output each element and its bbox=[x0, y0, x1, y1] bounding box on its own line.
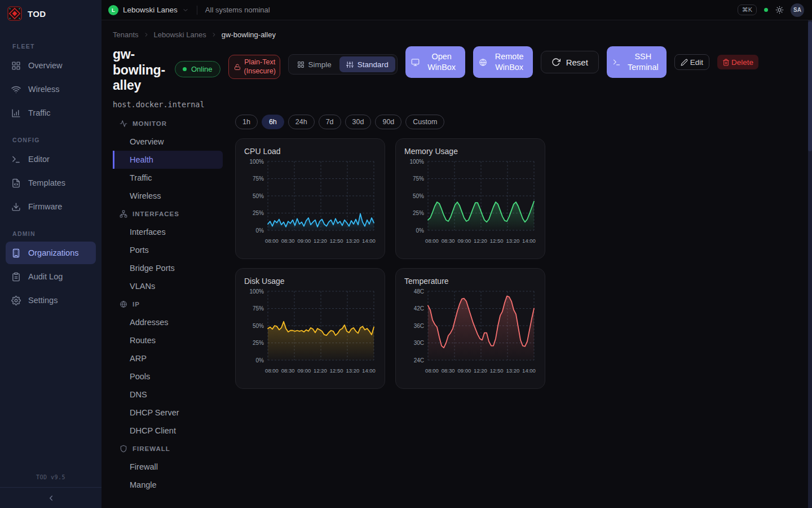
remote-winbox-button[interactable]: Remote WinBox bbox=[473, 46, 533, 78]
chevron-right-icon bbox=[211, 32, 217, 38]
breadcrumb-item-lebowski-lanes[interactable]: Lebowski Lanes bbox=[154, 30, 206, 39]
time-range-30d[interactable]: 30d bbox=[345, 115, 372, 129]
sidebar-item-organizations[interactable]: Organizations bbox=[6, 242, 96, 264]
svg-text:12:50: 12:50 bbox=[330, 367, 343, 374]
button-label: SSH Terminal bbox=[625, 51, 661, 73]
time-range-1h[interactable]: 1h bbox=[235, 115, 258, 129]
reset-button[interactable]: Reset bbox=[541, 51, 599, 73]
svg-text:13:20: 13:20 bbox=[346, 367, 359, 374]
time-range-custom[interactable]: Custom bbox=[405, 115, 444, 129]
time-range-7d[interactable]: 7d bbox=[319, 115, 341, 129]
subnav-item-mangle[interactable]: Mangle bbox=[113, 476, 223, 494]
page-title: gw-bowling-alley bbox=[113, 47, 167, 94]
sidebar-item-audit-log[interactable]: Audit Log bbox=[6, 265, 96, 288]
svg-text:08:30: 08:30 bbox=[442, 238, 455, 244]
page-content: TenantsLebowski Lanesgw-bowling-alley gw… bbox=[102, 20, 812, 508]
edit-button[interactable]: Edit bbox=[674, 54, 709, 70]
subnav-item-vlans[interactable]: VLANs bbox=[113, 277, 223, 295]
subnav-item-ports[interactable]: Ports bbox=[113, 241, 223, 259]
sidebar-item-settings[interactable]: Settings bbox=[6, 289, 96, 312]
terminal-icon bbox=[11, 155, 21, 164]
svg-text:13:20: 13:20 bbox=[506, 367, 519, 374]
time-range-90d[interactable]: 90d bbox=[375, 115, 401, 129]
svg-text:14:00: 14:00 bbox=[362, 367, 376, 374]
grid-icon bbox=[297, 61, 304, 68]
time-range-6h[interactable]: 6h bbox=[262, 115, 284, 129]
sidebar-item-traffic[interactable]: Traffic bbox=[6, 102, 96, 124]
sidebar-item-templates[interactable]: Templates bbox=[6, 172, 96, 194]
sidebar-item-label: Audit Log bbox=[28, 272, 63, 281]
delete-button[interactable]: Delete bbox=[717, 55, 758, 69]
download-icon bbox=[11, 202, 21, 212]
open-winbox-button[interactable]: Open WinBox bbox=[405, 46, 465, 78]
chevron-right-icon bbox=[143, 32, 149, 38]
svg-text:13:20: 13:20 bbox=[346, 238, 359, 244]
online-status-badge: Online bbox=[175, 61, 220, 77]
svg-text:0%: 0% bbox=[416, 227, 425, 233]
subnav-section-label: MONITOR bbox=[133, 120, 167, 127]
svg-text:100%: 100% bbox=[249, 158, 264, 164]
sidebar-item-label: Organizations bbox=[28, 248, 78, 257]
time-range-24h[interactable]: 24h bbox=[288, 115, 315, 129]
command-palette-shortcut[interactable]: ⌘K bbox=[738, 5, 757, 15]
subnav-item-firewall[interactable]: Firewall bbox=[113, 458, 223, 476]
view-mode-simple[interactable]: Simple bbox=[290, 56, 338, 72]
sidebar-item-overview[interactable]: Overview bbox=[6, 54, 96, 77]
svg-text:24C: 24C bbox=[414, 357, 424, 363]
scrollbar-thumb[interactable] bbox=[808, 21, 812, 151]
subnav-item-routes[interactable]: Routes bbox=[113, 331, 223, 349]
svg-text:09:00: 09:00 bbox=[457, 238, 471, 244]
subnav-item-arp[interactable]: ARP bbox=[113, 349, 223, 367]
sidebar-item-firmware[interactable]: Firmware bbox=[6, 195, 96, 218]
svg-text:08:00: 08:00 bbox=[425, 238, 439, 244]
trash-icon bbox=[722, 59, 730, 66]
svg-text:14:00: 14:00 bbox=[522, 238, 536, 244]
svg-text:75%: 75% bbox=[413, 176, 424, 182]
subnav-item-dhcp-server[interactable]: DHCP Server bbox=[113, 404, 223, 422]
subnav-item-pools[interactable]: Pools bbox=[113, 367, 223, 386]
breadcrumb-item-gw-bowling-alley: gw-bowling-alley bbox=[222, 30, 276, 39]
svg-text:12:20: 12:20 bbox=[314, 367, 327, 374]
shield-icon bbox=[120, 445, 127, 453]
topbar: L Lebowski Lanes All systems nominal ⌘K … bbox=[102, 0, 812, 20]
subnav-item-traffic[interactable]: Traffic bbox=[113, 169, 223, 187]
theme-toggle-sun-icon[interactable] bbox=[775, 6, 784, 14]
subnav-item-dhcp-client[interactable]: DHCP Client bbox=[113, 422, 223, 440]
breadcrumb-item-tenants[interactable]: Tenants bbox=[113, 30, 139, 39]
svg-text:0%: 0% bbox=[256, 227, 264, 233]
ssh-terminal-button[interactable]: SSH Terminal bbox=[607, 46, 667, 78]
sidebar-item-editor[interactable]: Editor bbox=[6, 148, 96, 170]
button-label: Remote WinBox bbox=[492, 51, 527, 73]
logo-row[interactable]: TOD bbox=[0, 0, 102, 27]
sliders-icon bbox=[346, 61, 354, 68]
subnav-item-dns[interactable]: DNS bbox=[113, 386, 223, 404]
tenant-switcher[interactable]: L Lebowski Lanes bbox=[108, 5, 189, 15]
subnav-item-addresses[interactable]: Addresses bbox=[113, 313, 223, 331]
online-dot-icon bbox=[183, 67, 187, 71]
subnav-item-health[interactable]: Health bbox=[113, 151, 223, 169]
user-avatar[interactable]: SA bbox=[791, 3, 804, 17]
view-mode-standard[interactable]: Standard bbox=[339, 56, 395, 72]
sidebar-collapse-button[interactable] bbox=[0, 487, 102, 508]
svg-text:50%: 50% bbox=[413, 192, 424, 199]
svg-text:14:00: 14:00 bbox=[522, 367, 536, 374]
file-code-icon bbox=[11, 178, 21, 188]
sidebar-item-wireless[interactable]: Wireless bbox=[6, 78, 96, 100]
health-status-dot bbox=[764, 8, 768, 12]
sidebar-item-label: Wireless bbox=[28, 85, 60, 94]
subnav-item-interfaces[interactable]: Interfaces bbox=[113, 223, 223, 241]
app-logo-icon bbox=[7, 6, 22, 21]
chevron-right-icon bbox=[143, 32, 149, 38]
insecure-badge: Plain-Text (Insecure) bbox=[228, 55, 280, 79]
unlock-icon bbox=[234, 64, 241, 71]
pencil-icon bbox=[681, 59, 688, 66]
chart-plot-temperature: 48C42C36C30C24C08:0008:3009:0012:2012:50… bbox=[403, 287, 537, 379]
subnav-item-overview[interactable]: Overview bbox=[113, 133, 223, 151]
subnav-item-wireless[interactable]: Wireless bbox=[113, 187, 223, 205]
subnav-item-bridge-ports[interactable]: Bridge Ports bbox=[113, 259, 223, 277]
sidebar-nav: FLEETOverviewWirelessTrafficCONFIGEditor… bbox=[0, 27, 102, 470]
button-label: Delete bbox=[731, 58, 753, 67]
scrollbar-track[interactable] bbox=[808, 20, 812, 508]
view-mode-label: Standard bbox=[358, 60, 389, 69]
tenant-name: Lebowski Lanes bbox=[123, 6, 178, 14]
